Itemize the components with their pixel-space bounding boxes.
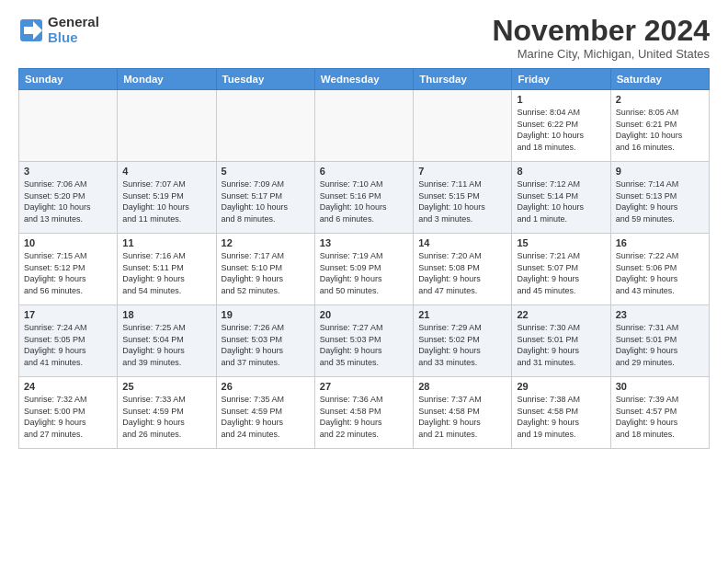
calendar-cell: 21Sunrise: 7:29 AM Sunset: 5:02 PM Dayli… (414, 305, 512, 377)
calendar-cell: 22Sunrise: 7:30 AM Sunset: 5:01 PM Dayli… (512, 305, 610, 377)
day-number: 10 (24, 237, 112, 248)
day-number: 14 (418, 237, 506, 248)
day-info: Sunrise: 7:12 AM Sunset: 5:14 PM Dayligh… (517, 178, 605, 224)
calendar-cell: 15Sunrise: 7:21 AM Sunset: 5:07 PM Dayli… (512, 234, 610, 305)
logo-general: General (48, 15, 99, 30)
calendar-cell: 8Sunrise: 7:12 AM Sunset: 5:14 PM Daylig… (512, 162, 610, 234)
day-number: 18 (122, 309, 210, 320)
header: General Blue November 2024 Marine City, … (18, 15, 710, 61)
day-info: Sunrise: 7:33 AM Sunset: 4:59 PM Dayligh… (122, 394, 210, 440)
calendar-cell: 5Sunrise: 7:09 AM Sunset: 5:17 PM Daylig… (216, 162, 314, 234)
day-info: Sunrise: 7:11 AM Sunset: 5:15 PM Dayligh… (418, 178, 506, 224)
logo: General Blue (18, 15, 99, 45)
day-number: 4 (122, 166, 210, 177)
day-number: 5 (222, 166, 310, 177)
day-info: Sunrise: 7:27 AM Sunset: 5:03 PM Dayligh… (320, 322, 408, 368)
day-info: Sunrise: 7:35 AM Sunset: 4:59 PM Dayligh… (222, 394, 310, 440)
calendar-cell: 1Sunrise: 8:04 AM Sunset: 6:22 PM Daylig… (512, 90, 610, 162)
day-number: 23 (616, 309, 704, 320)
day-number: 1 (517, 94, 605, 105)
calendar-cell: 14Sunrise: 7:20 AM Sunset: 5:08 PM Dayli… (414, 234, 512, 305)
day-number: 24 (24, 381, 112, 392)
day-number: 2 (616, 94, 704, 105)
title-block: November 2024 Marine City, Michigan, Uni… (492, 15, 710, 61)
logo-icon (18, 17, 44, 43)
col-sunday: Sunday (19, 69, 118, 90)
day-info: Sunrise: 7:10 AM Sunset: 5:16 PM Dayligh… (320, 178, 408, 224)
day-info: Sunrise: 7:30 AM Sunset: 5:01 PM Dayligh… (517, 322, 605, 368)
calendar-cell: 17Sunrise: 7:24 AM Sunset: 5:05 PM Dayli… (19, 305, 118, 377)
logo-blue: Blue (48, 30, 99, 46)
calendar-cell: 29Sunrise: 7:38 AM Sunset: 4:58 PM Dayli… (512, 377, 610, 449)
calendar-cell (118, 90, 216, 162)
calendar-week-4: 17Sunrise: 7:24 AM Sunset: 5:05 PM Dayli… (19, 305, 710, 377)
day-number: 21 (418, 309, 506, 320)
day-number: 29 (517, 381, 605, 392)
day-info: Sunrise: 7:32 AM Sunset: 5:00 PM Dayligh… (24, 394, 112, 440)
calendar-cell: 26Sunrise: 7:35 AM Sunset: 4:59 PM Dayli… (216, 377, 314, 449)
calendar-week-2: 3Sunrise: 7:06 AM Sunset: 5:20 PM Daylig… (19, 162, 710, 234)
calendar-cell: 10Sunrise: 7:15 AM Sunset: 5:12 PM Dayli… (19, 234, 118, 305)
month-title: November 2024 (492, 15, 710, 47)
logo-text: General Blue (48, 15, 99, 45)
calendar-cell: 18Sunrise: 7:25 AM Sunset: 5:04 PM Dayli… (118, 305, 216, 377)
day-info: Sunrise: 7:09 AM Sunset: 5:17 PM Dayligh… (222, 178, 310, 224)
day-number: 15 (517, 237, 605, 248)
calendar-cell (414, 90, 512, 162)
day-info: Sunrise: 7:06 AM Sunset: 5:20 PM Dayligh… (24, 178, 112, 224)
calendar-cell: 30Sunrise: 7:39 AM Sunset: 4:57 PM Dayli… (610, 377, 709, 449)
day-number: 25 (122, 381, 210, 392)
day-info: Sunrise: 7:07 AM Sunset: 5:19 PM Dayligh… (122, 178, 210, 224)
day-info: Sunrise: 7:38 AM Sunset: 4:58 PM Dayligh… (517, 394, 605, 440)
col-thursday: Thursday (414, 69, 512, 90)
calendar-week-5: 24Sunrise: 7:32 AM Sunset: 5:00 PM Dayli… (19, 377, 710, 449)
col-monday: Monday (118, 69, 216, 90)
day-info: Sunrise: 8:05 AM Sunset: 6:21 PM Dayligh… (616, 107, 704, 153)
calendar-cell: 24Sunrise: 7:32 AM Sunset: 5:00 PM Dayli… (19, 377, 118, 449)
calendar-cell: 23Sunrise: 7:31 AM Sunset: 5:01 PM Dayli… (610, 305, 709, 377)
calendar-cell: 27Sunrise: 7:36 AM Sunset: 4:58 PM Dayli… (314, 377, 413, 449)
day-info: Sunrise: 7:21 AM Sunset: 5:07 PM Dayligh… (517, 250, 605, 296)
calendar-week-1: 1Sunrise: 8:04 AM Sunset: 6:22 PM Daylig… (19, 90, 710, 162)
day-info: Sunrise: 7:26 AM Sunset: 5:03 PM Dayligh… (222, 322, 310, 368)
day-number: 20 (320, 309, 408, 320)
day-info: Sunrise: 7:16 AM Sunset: 5:11 PM Dayligh… (122, 250, 210, 296)
calendar-cell: 2Sunrise: 8:05 AM Sunset: 6:21 PM Daylig… (610, 90, 709, 162)
day-number: 28 (418, 381, 506, 392)
col-saturday: Saturday (610, 69, 709, 90)
day-number: 3 (24, 166, 112, 177)
col-friday: Friday (512, 69, 610, 90)
calendar-cell: 7Sunrise: 7:11 AM Sunset: 5:15 PM Daylig… (414, 162, 512, 234)
day-info: Sunrise: 7:20 AM Sunset: 5:08 PM Dayligh… (418, 250, 506, 296)
day-info: Sunrise: 7:39 AM Sunset: 4:57 PM Dayligh… (616, 394, 704, 440)
day-number: 26 (222, 381, 310, 392)
day-info: Sunrise: 7:25 AM Sunset: 5:04 PM Dayligh… (122, 322, 210, 368)
day-info: Sunrise: 7:14 AM Sunset: 5:13 PM Dayligh… (616, 178, 704, 224)
day-number: 16 (616, 237, 704, 248)
day-number: 13 (320, 237, 408, 248)
calendar-header-row: Sunday Monday Tuesday Wednesday Thursday… (19, 69, 710, 90)
day-info: Sunrise: 7:31 AM Sunset: 5:01 PM Dayligh… (616, 322, 704, 368)
day-number: 17 (24, 309, 112, 320)
day-info: Sunrise: 7:37 AM Sunset: 4:58 PM Dayligh… (418, 394, 506, 440)
day-info: Sunrise: 7:29 AM Sunset: 5:02 PM Dayligh… (418, 322, 506, 368)
day-number: 6 (320, 166, 408, 177)
day-info: Sunrise: 7:19 AM Sunset: 5:09 PM Dayligh… (320, 250, 408, 296)
calendar-table: Sunday Monday Tuesday Wednesday Thursday… (18, 68, 710, 449)
calendar-cell (216, 90, 314, 162)
day-info: Sunrise: 7:22 AM Sunset: 5:06 PM Dayligh… (616, 250, 704, 296)
day-info: Sunrise: 7:36 AM Sunset: 4:58 PM Dayligh… (320, 394, 408, 440)
calendar-cell: 19Sunrise: 7:26 AM Sunset: 5:03 PM Dayli… (216, 305, 314, 377)
calendar-cell: 11Sunrise: 7:16 AM Sunset: 5:11 PM Dayli… (118, 234, 216, 305)
day-info: Sunrise: 7:24 AM Sunset: 5:05 PM Dayligh… (24, 322, 112, 368)
calendar-cell: 13Sunrise: 7:19 AM Sunset: 5:09 PM Dayli… (314, 234, 413, 305)
calendar-cell: 12Sunrise: 7:17 AM Sunset: 5:10 PM Dayli… (216, 234, 314, 305)
day-number: 7 (418, 166, 506, 177)
day-number: 11 (122, 237, 210, 248)
col-tuesday: Tuesday (216, 69, 314, 90)
calendar-cell: 20Sunrise: 7:27 AM Sunset: 5:03 PM Dayli… (314, 305, 413, 377)
day-info: Sunrise: 7:15 AM Sunset: 5:12 PM Dayligh… (24, 250, 112, 296)
day-number: 27 (320, 381, 408, 392)
calendar-cell: 25Sunrise: 7:33 AM Sunset: 4:59 PM Dayli… (118, 377, 216, 449)
day-number: 8 (517, 166, 605, 177)
